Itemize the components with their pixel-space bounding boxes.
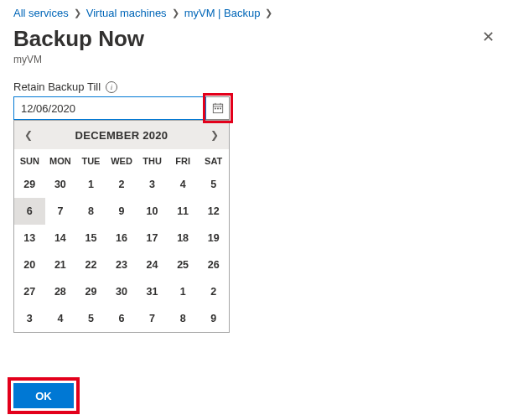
calendar-day[interactable]: 9 (106, 198, 137, 225)
calendar-grid: SUNMONTUEWEDTHUFRISAT2930123456789101112… (14, 149, 229, 332)
calendar-dow: FRI (168, 149, 199, 171)
close-button[interactable]: ✕ (477, 26, 500, 48)
calendar-day[interactable]: 12 (198, 198, 229, 225)
calendar-day[interactable]: 16 (106, 225, 137, 251)
chevron-left-icon: ❮ (24, 129, 33, 141)
breadcrumb-link-virtual-machines[interactable]: Virtual machines (86, 7, 167, 19)
calendar-day[interactable]: 9 (198, 305, 229, 332)
page-title: Backup Now (13, 26, 144, 52)
calendar-dow: WED (106, 149, 137, 171)
breadcrumb-link-myvm-backup[interactable]: myVM | Backup (184, 7, 261, 19)
calendar-dow: TUE (75, 149, 106, 171)
calendar-next-month-button[interactable]: ❯ (205, 126, 224, 144)
calendar-day-selected[interactable]: 6 (14, 198, 45, 225)
breadcrumb: All services ❯ Virtual machines ❯ myVM |… (13, 7, 500, 19)
calendar-day[interactable]: 17 (137, 225, 168, 251)
close-icon: ✕ (482, 29, 495, 45)
info-icon[interactable]: i (106, 81, 117, 93)
calendar-icon (212, 102, 224, 114)
calendar-day[interactable]: 3 (137, 171, 168, 198)
calendar-day[interactable]: 2 (106, 171, 137, 198)
calendar-day[interactable]: 7 (137, 305, 168, 332)
calendar-day[interactable]: 23 (106, 251, 137, 278)
calendar-day[interactable]: 7 (45, 198, 76, 225)
calendar-day[interactable]: 6 (106, 305, 137, 332)
calendar-day[interactable]: 5 (75, 305, 106, 332)
retain-backup-till-input[interactable] (13, 96, 206, 120)
calendar-day[interactable]: 27 (14, 278, 45, 305)
calendar-day[interactable]: 21 (45, 251, 76, 278)
calendar-prev-month-button[interactable]: ❮ (19, 126, 38, 144)
calendar-day[interactable]: 14 (45, 225, 76, 251)
calendar-header: ❮ DECEMBER 2020 ❯ (14, 121, 229, 149)
calendar-day[interactable]: 19 (198, 225, 229, 251)
calendar-day[interactable]: 2 (198, 278, 229, 305)
calendar-day[interactable]: 28 (45, 278, 76, 305)
chevron-right-icon: ❯ (210, 129, 219, 141)
ok-button[interactable]: OK (13, 383, 74, 408)
retain-backup-till-label: Retain Backup Till i (13, 80, 500, 93)
field-label-text: Retain Backup Till (13, 80, 101, 93)
chevron-right-icon: ❯ (74, 8, 81, 18)
calendar-day[interactable]: 13 (14, 225, 45, 251)
calendar-day[interactable]: 31 (137, 278, 168, 305)
calendar-day[interactable]: 4 (45, 305, 76, 332)
retain-backup-till-field (13, 96, 230, 120)
chevron-right-icon: ❯ (172, 8, 179, 18)
footer: OK (13, 383, 74, 408)
calendar-day[interactable]: 26 (198, 251, 229, 278)
breadcrumb-link-all-services[interactable]: All services (13, 7, 69, 19)
svg-rect-6 (220, 108, 221, 110)
calendar-dow: SUN (14, 149, 45, 171)
calendar-day[interactable]: 10 (137, 198, 168, 225)
calendar-day[interactable]: 25 (168, 251, 199, 278)
calendar-toggle-button[interactable] (206, 96, 230, 120)
calendar-day[interactable]: 11 (168, 198, 199, 225)
calendar-day[interactable]: 15 (75, 225, 106, 251)
calendar-day[interactable]: 29 (75, 278, 106, 305)
calendar-day[interactable]: 30 (45, 171, 76, 198)
calendar-day[interactable]: 24 (137, 251, 168, 278)
calendar-day[interactable]: 29 (14, 171, 45, 198)
calendar-month-label[interactable]: DECEMBER 2020 (75, 129, 168, 142)
calendar-day[interactable]: 1 (168, 278, 199, 305)
calendar-day[interactable]: 30 (106, 278, 137, 305)
calendar-day[interactable]: 4 (168, 171, 199, 198)
calendar-dow: MON (45, 149, 76, 171)
calendar-day[interactable]: 8 (168, 305, 199, 332)
calendar-dow: SAT (198, 149, 229, 171)
calendar-day[interactable]: 20 (14, 251, 45, 278)
page-subtitle: myVM (13, 54, 500, 65)
calendar-day[interactable]: 22 (75, 251, 106, 278)
svg-rect-5 (217, 108, 219, 110)
chevron-right-icon: ❯ (265, 8, 272, 18)
calendar-dow: THU (137, 149, 168, 171)
svg-rect-4 (215, 108, 216, 110)
calendar-popup: ❮ DECEMBER 2020 ❯ SUNMONTUEWEDTHUFRISAT2… (13, 120, 230, 333)
calendar-day[interactable]: 5 (198, 171, 229, 198)
calendar-day[interactable]: 1 (75, 171, 106, 198)
calendar-day[interactable]: 8 (75, 198, 106, 225)
calendar-day[interactable]: 18 (168, 225, 199, 251)
calendar-day[interactable]: 3 (14, 305, 45, 332)
